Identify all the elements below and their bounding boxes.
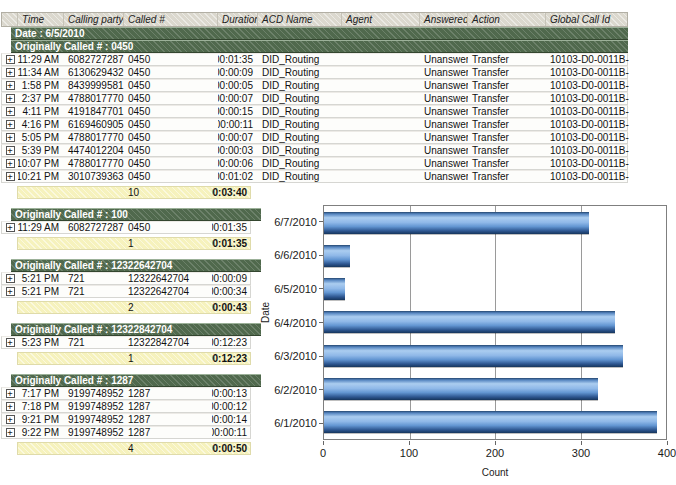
cell-time: 4:11 PM bbox=[18, 106, 64, 117]
expand-row-button[interactable]: + bbox=[6, 402, 15, 411]
cell-answered: Unanswered bbox=[420, 93, 468, 104]
cell-duration: 00:00:12 bbox=[212, 401, 252, 412]
y-tick-label: 6/6/2010 bbox=[274, 249, 317, 261]
bar-6/2/2010 bbox=[324, 378, 598, 400]
cell-agent bbox=[342, 80, 420, 91]
summary-spacer bbox=[64, 353, 124, 364]
cell-time: 11:29 AM bbox=[18, 222, 64, 233]
cell-gcid: 10103-D0-0011B-772 bbox=[546, 106, 629, 117]
cell-called: 0450 bbox=[124, 106, 218, 117]
summary-total-duration: 00:00:43 bbox=[212, 302, 252, 313]
call-group-section: Originally Called # : 0450+11:29 AM60827… bbox=[1, 40, 628, 199]
cell-action: Transfer bbox=[468, 93, 546, 104]
x-tick-label: 100 bbox=[400, 447, 418, 459]
cell-action: Transfer bbox=[468, 158, 546, 169]
cell-answered: Unanswered bbox=[420, 106, 468, 117]
x-tick-label: 200 bbox=[486, 447, 504, 459]
expand-row-button[interactable]: + bbox=[6, 223, 15, 232]
cell-time: 11:29 AM bbox=[18, 54, 64, 65]
cell-time: 5:39 PM bbox=[18, 145, 64, 156]
bar-slot bbox=[324, 239, 666, 272]
summary-spacer bbox=[64, 302, 124, 313]
y-tick-row: 6/5/2010 bbox=[256, 272, 323, 306]
call-row: +11:29 AM6082727287045000:01:35 bbox=[1, 221, 251, 234]
cell-calling: 721 bbox=[64, 286, 124, 297]
call-row: +4:11 PM4191847701045000:00:15DID_Routin… bbox=[1, 105, 628, 118]
cell-calling: 3010739363 bbox=[64, 171, 124, 182]
cell-time: 5:21 PM bbox=[18, 273, 64, 284]
call-row: +2:37 PM4788017770045000:00:07DID_Routin… bbox=[1, 92, 628, 105]
cell-called: 0450 bbox=[124, 158, 218, 169]
cell-called: 0450 bbox=[124, 80, 218, 91]
expand-row-button[interactable]: + bbox=[6, 55, 15, 64]
expand-row-button[interactable]: + bbox=[6, 68, 15, 77]
x-tick-mark bbox=[495, 441, 496, 445]
group-summary-row: 100:12:23 bbox=[17, 352, 251, 365]
cell-called: 0450 bbox=[124, 54, 218, 65]
x-tick-mark bbox=[323, 441, 324, 445]
expand-row-button[interactable]: + bbox=[6, 428, 15, 437]
y-tick-label: 6/2/2010 bbox=[274, 384, 317, 396]
expand-row-button[interactable]: + bbox=[6, 107, 15, 116]
group-summary-row: 400:00:50 bbox=[17, 442, 251, 455]
expand-row-button[interactable]: + bbox=[6, 94, 15, 103]
x-tick-label: 0 bbox=[320, 447, 326, 459]
summary-total-duration: 00:00:50 bbox=[212, 443, 252, 454]
cell-answered: Unanswered bbox=[420, 171, 468, 182]
summary-count: 1 bbox=[124, 353, 212, 364]
expand-row-button[interactable]: + bbox=[6, 146, 15, 155]
expand-cell: + bbox=[2, 427, 18, 438]
cell-duration: 00:00:05 bbox=[218, 80, 258, 91]
expand-row-button[interactable]: + bbox=[6, 274, 15, 283]
cell-time: 10:07 PM bbox=[18, 158, 64, 169]
cell-duration: 00:01:02 bbox=[218, 171, 258, 182]
x-tick-mark bbox=[581, 441, 582, 445]
column-header-time: Time bbox=[18, 13, 64, 26]
group-summary-row: 1000:03:40 bbox=[17, 186, 251, 199]
group-header-label: Originally Called # : 0450 bbox=[15, 41, 133, 52]
expand-row-button[interactable]: + bbox=[6, 81, 15, 90]
expand-row-button[interactable]: + bbox=[6, 338, 15, 347]
cell-calling: 4788017770 bbox=[64, 158, 124, 169]
cell-gcid: 10103-D0-0011B-778 bbox=[546, 145, 629, 156]
y-tick-row: 6/1/2010 bbox=[256, 406, 323, 440]
expand-cell: + bbox=[2, 222, 18, 233]
cell-agent bbox=[342, 54, 420, 65]
cell-gcid: 10103-D0-0011B-77E bbox=[546, 158, 629, 169]
y-tick-label: 6/5/2010 bbox=[274, 283, 317, 295]
cell-gcid: 10103-D0-0011B-773 bbox=[546, 119, 629, 130]
cell-calling: 9199748952 bbox=[64, 414, 124, 425]
bar-6/7/2010 bbox=[324, 212, 589, 234]
cell-calling: 9199748952 bbox=[64, 427, 124, 438]
expand-row-button[interactable]: + bbox=[6, 159, 15, 168]
expand-cell: + bbox=[2, 106, 18, 117]
cell-time: 1:58 PM bbox=[18, 80, 64, 91]
expand-row-button[interactable]: + bbox=[6, 172, 15, 181]
y-tick-row: 6/4/2010 bbox=[256, 306, 323, 340]
y-tick-label: 6/1/2010 bbox=[274, 417, 317, 429]
expand-row-button[interactable]: + bbox=[6, 287, 15, 296]
expand-row-button[interactable]: + bbox=[6, 120, 15, 129]
column-header-expand bbox=[2, 13, 18, 26]
date-group-header: Date : 6/5/2010 bbox=[11, 27, 628, 40]
expand-row-button[interactable]: + bbox=[6, 133, 15, 142]
expand-cell: + bbox=[2, 158, 18, 169]
cell-answered: Unanswered bbox=[420, 132, 468, 143]
column-header-action: Action bbox=[468, 13, 546, 26]
expand-row-button[interactable]: + bbox=[6, 415, 15, 424]
cell-called: 0450 bbox=[124, 93, 218, 104]
group-header-label: Originally Called # : 12322842704 bbox=[15, 324, 172, 335]
summary-spacer bbox=[18, 238, 64, 249]
cell-called: 0450 bbox=[124, 119, 218, 130]
bar-slot bbox=[324, 306, 666, 339]
cell-agent bbox=[342, 93, 420, 104]
y-tick-label: 6/3/2010 bbox=[274, 350, 317, 362]
expand-cell: + bbox=[2, 401, 18, 412]
summary-spacer bbox=[64, 187, 124, 198]
summary-spacer bbox=[18, 187, 64, 198]
expand-row-button[interactable]: + bbox=[6, 389, 15, 398]
cell-time: 5:23 PM bbox=[18, 337, 64, 348]
cell-acd: DID_Routing bbox=[258, 80, 342, 91]
cell-agent bbox=[342, 106, 420, 117]
cell-gcid: 10103-D0-0011B-77F bbox=[546, 171, 629, 182]
